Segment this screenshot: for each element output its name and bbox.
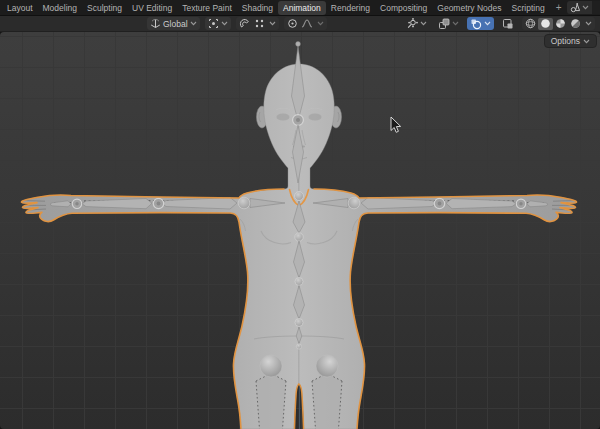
pivot-point-dropdown[interactable] (205, 17, 231, 30)
wireframe-sphere-icon (525, 18, 536, 29)
mouse-cursor (391, 117, 401, 132)
solid-sphere-icon (540, 18, 551, 29)
chevron-down-icon (452, 21, 459, 26)
chevron-down-icon (484, 21, 491, 26)
shading-material-button[interactable] (553, 18, 568, 30)
chevron-down-icon[interactable] (315, 21, 326, 26)
chevron-down-icon (420, 21, 427, 26)
shading-solid-button[interactable] (538, 18, 553, 30)
shading-mode-group (522, 17, 595, 30)
tab-geometry-nodes[interactable]: Geometry Nodes (432, 1, 506, 15)
toggle-xray-button[interactable] (499, 17, 517, 30)
options-dropdown[interactable]: Options (544, 34, 597, 48)
add-workspace-button[interactable]: + (550, 1, 568, 15)
rendered-sphere-icon (570, 18, 581, 29)
shading-wireframe-button[interactable] (523, 18, 538, 30)
tab-layout[interactable]: Layout (2, 1, 38, 15)
3d-viewport[interactable]: Options (0, 32, 600, 429)
chevron-down-icon (583, 39, 590, 44)
shading-rendered-button[interactable] (568, 18, 583, 30)
snap-group (236, 17, 279, 30)
topbar: Layout Modeling Sculpting UV Editing Tex… (0, 0, 600, 16)
scene-name-field[interactable]: Scene (592, 1, 600, 14)
scene-browse-button[interactable] (567, 1, 592, 14)
xray-icon (502, 18, 514, 30)
magnet-icon (239, 18, 250, 29)
tab-rendering[interactable]: Rendering (326, 1, 375, 15)
proportional-group (284, 17, 327, 30)
display-controls (403, 17, 595, 30)
show-overlays-toggle[interactable] (467, 17, 494, 30)
falloff-curve-icon (301, 18, 313, 29)
snap-settings-button[interactable] (252, 18, 267, 30)
transform-orientation-value: Global (163, 19, 188, 29)
transform-controls: Global (147, 17, 327, 30)
transform-orientation-dropdown[interactable]: Global (147, 17, 200, 30)
show-gizmo-dropdown[interactable] (403, 17, 430, 30)
options-label: Options (551, 36, 580, 46)
tab-shading[interactable]: Shading (237, 1, 278, 15)
proportional-circle-icon (287, 18, 298, 29)
tab-scripting[interactable]: Scripting (507, 1, 550, 15)
gizmo-icon (406, 18, 418, 30)
overlays-icon (470, 18, 482, 30)
tab-animation[interactable]: Animation (278, 1, 326, 15)
tab-sculpting[interactable]: Sculpting (82, 1, 127, 15)
chevron-down-icon (190, 21, 197, 26)
object-visibility-dropdown[interactable] (435, 17, 462, 30)
chevron-down-icon (582, 5, 589, 10)
scene-icon (570, 2, 581, 13)
chevron-down-icon[interactable] (583, 21, 594, 26)
proportional-editing-toggle[interactable] (285, 18, 300, 30)
viewport-header: Global (0, 16, 600, 32)
character-and-armature (0, 32, 600, 429)
tab-modeling[interactable]: Modeling (38, 1, 83, 15)
tab-texture-paint[interactable]: Texture Paint (177, 1, 237, 15)
axes-icon (150, 18, 161, 29)
chevron-down-icon[interactable] (267, 21, 278, 26)
chevron-down-icon (221, 21, 228, 26)
snap-grid-icon (254, 18, 265, 29)
material-sphere-icon (555, 18, 566, 29)
snap-toggle-button[interactable] (237, 18, 252, 30)
proportional-falloff-dropdown[interactable] (300, 18, 315, 30)
pivot-center-icon (208, 18, 219, 29)
tab-uv-editing[interactable]: UV Editing (127, 1, 177, 15)
tab-compositing[interactable]: Compositing (375, 1, 432, 15)
visibility-icon (438, 18, 450, 30)
